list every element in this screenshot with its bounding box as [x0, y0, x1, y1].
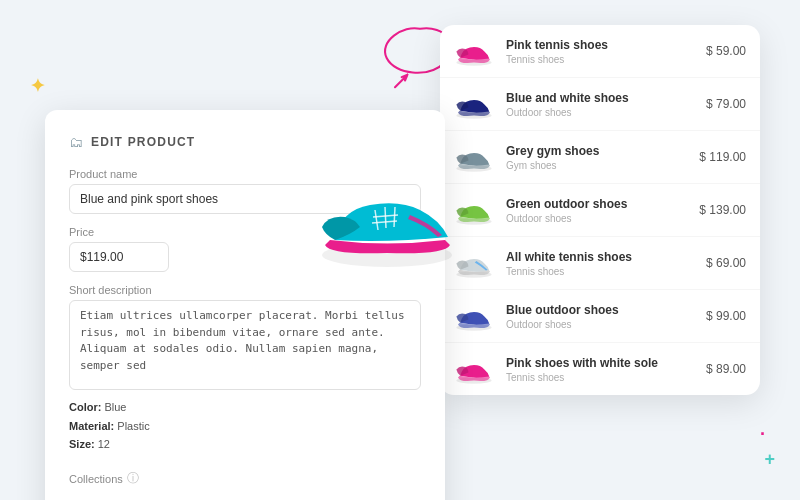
product-name: Green outdoor shoes — [506, 197, 687, 211]
product-thumbnail — [454, 35, 494, 67]
product-list-item[interactable]: All white tennis shoes Tennis shoes $ 69… — [440, 237, 760, 290]
product-info: Pink tennis shoes Tennis shoes — [506, 38, 694, 65]
product-name: All white tennis shoes — [506, 250, 694, 264]
product-category: Outdoor shoes — [506, 213, 687, 224]
product-thumbnail — [454, 353, 494, 385]
product-name: Grey gym shoes — [506, 144, 687, 158]
product-category: Tennis shoes — [506, 372, 694, 383]
description-label: Short description — [69, 284, 421, 296]
svg-line-2 — [385, 207, 386, 228]
product-thumbnail — [454, 300, 494, 332]
description-group: Short description Etiam ultrices ullamco… — [69, 284, 421, 454]
product-list-item[interactable]: Pink shoes with white sole Tennis shoes … — [440, 343, 760, 395]
description-textarea[interactable]: Etiam ultrices ullamcorper placerat. Mor… — [69, 300, 421, 390]
product-price: $ 89.00 — [706, 362, 746, 376]
product-category: Outdoor shoes — [506, 107, 694, 118]
product-list-panel: Pink tennis shoes Tennis shoes $ 59.00 B… — [440, 25, 760, 395]
product-price: $ 69.00 — [706, 256, 746, 270]
product-category: Tennis shoes — [506, 54, 694, 65]
deco-yellow-star: ✦ — [30, 75, 45, 97]
product-name: Blue and white shoes — [506, 91, 694, 105]
material-label: Material: — [69, 420, 114, 432]
deco-teal-cross: + — [764, 449, 775, 470]
product-list-item[interactable]: Blue outdoor shoes Outdoor shoes $ 99.00 — [440, 290, 760, 343]
product-category: Tennis shoes — [506, 266, 694, 277]
edit-icon: 🗂 — [69, 134, 83, 150]
product-price: $ 119.00 — [699, 150, 746, 164]
product-price: $ 59.00 — [706, 44, 746, 58]
product-info: All white tennis shoes Tennis shoes — [506, 250, 694, 277]
product-price: $ 139.00 — [699, 203, 746, 217]
product-list-item[interactable]: Pink tennis shoes Tennis shoes $ 59.00 — [440, 25, 760, 78]
price-input[interactable] — [69, 242, 169, 272]
product-info: Blue and white shoes Outdoor shoes — [506, 91, 694, 118]
panel-title: EDIT PRODUCT — [91, 135, 195, 149]
product-price: $ 99.00 — [706, 309, 746, 323]
product-list-item[interactable]: Blue and white shoes Outdoor shoes $ 79.… — [440, 78, 760, 131]
color-label: Color: — [69, 401, 101, 413]
meta-info: Color: Blue Material: Plastic Size: 12 — [69, 398, 421, 454]
svg-line-3 — [394, 207, 395, 227]
deco-pink-dot: · — [760, 424, 765, 445]
panel-header: 🗂 EDIT PRODUCT — [69, 134, 421, 150]
product-name: Pink tennis shoes — [506, 38, 694, 52]
product-list-item[interactable]: Green outdoor shoes Outdoor shoes $ 139.… — [440, 184, 760, 237]
product-category: Outdoor shoes — [506, 319, 694, 330]
collections-row: Collections ⓘ — [69, 470, 421, 487]
size-label: Size: — [69, 438, 95, 450]
product-info: Pink shoes with white sole Tennis shoes — [506, 356, 694, 383]
product-info: Grey gym shoes Gym shoes — [506, 144, 687, 171]
product-info: Blue outdoor shoes Outdoor shoes — [506, 303, 694, 330]
product-category: Gym shoes — [506, 160, 687, 171]
product-name: Blue outdoor shoes — [506, 303, 694, 317]
collections-info-icon[interactable]: ⓘ — [127, 470, 139, 487]
shoe-preview-image — [310, 155, 465, 275]
product-info: Green outdoor shoes Outdoor shoes — [506, 197, 687, 224]
collections-label: Collections — [69, 473, 123, 485]
product-price: $ 79.00 — [706, 97, 746, 111]
product-list-item[interactable]: Grey gym shoes Gym shoes $ 119.00 — [440, 131, 760, 184]
product-thumbnail — [454, 88, 494, 120]
product-name: Pink shoes with white sole — [506, 356, 694, 370]
